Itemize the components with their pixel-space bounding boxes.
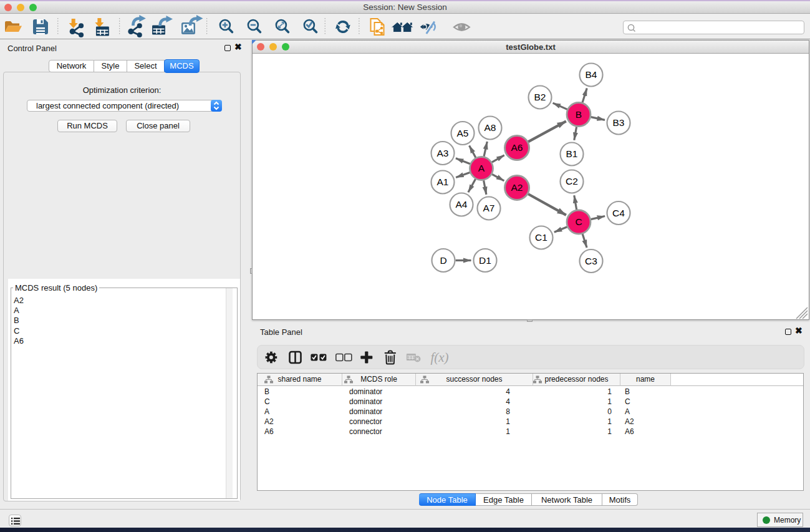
svg-text:B: B <box>576 109 582 120</box>
svg-text:B3: B3 <box>613 117 625 128</box>
svg-text:C4: C4 <box>612 208 625 218</box>
svg-text:C: C <box>575 216 582 227</box>
svg-text:B1: B1 <box>566 148 578 159</box>
svg-text:A: A <box>478 163 485 173</box>
svg-text:A5: A5 <box>457 128 469 138</box>
svg-text:C1: C1 <box>535 232 547 243</box>
svg-text:B4: B4 <box>586 69 597 80</box>
svg-text:B2: B2 <box>534 92 546 102</box>
svg-text:A7: A7 <box>483 203 495 213</box>
svg-text:A1: A1 <box>437 177 449 187</box>
svg-text:A3: A3 <box>437 148 449 158</box>
svg-text:A6: A6 <box>511 142 523 153</box>
svg-text:D: D <box>440 255 446 266</box>
svg-text:A8: A8 <box>485 122 496 133</box>
svg-text:A4: A4 <box>456 199 468 210</box>
svg-text:f(x): f(x) <box>430 350 448 365</box>
svg-text:C2: C2 <box>566 176 578 186</box>
svg-text:A2: A2 <box>511 182 523 193</box>
svg-text:D1: D1 <box>479 255 491 266</box>
svg-text:C3: C3 <box>585 256 597 266</box>
